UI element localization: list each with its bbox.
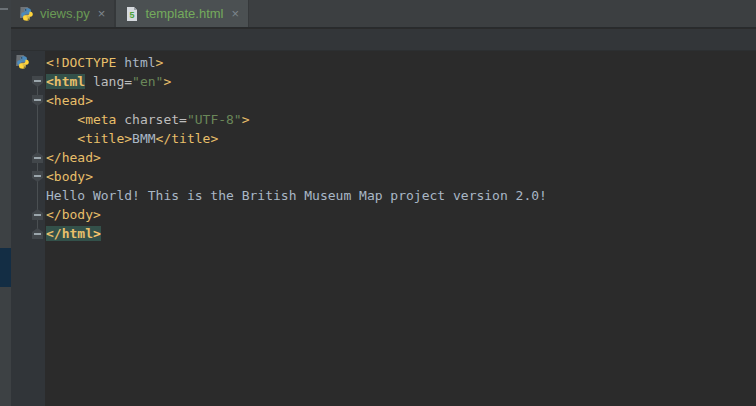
editor-tab-bar: views.py×5template.html× <box>11 0 756 28</box>
code-line: </body> <box>11 205 756 224</box>
gutter-cell <box>11 186 46 205</box>
code-line: <head> <box>11 91 756 110</box>
code-text[interactable]: </html> <box>46 224 101 243</box>
editor-area[interactable]: <!DOCTYPE html><html lang="en"><head> <m… <box>11 51 756 406</box>
tab-template.html[interactable]: 5template.html× <box>115 0 249 27</box>
python-file-icon[interactable] <box>15 54 31 70</box>
gutter-cell <box>11 91 46 110</box>
code-line: <meta charset="UTF-8"> <box>11 110 756 129</box>
panel-dash <box>0 8 8 10</box>
gutter-cell <box>11 110 46 129</box>
fold-marker-icon[interactable] <box>32 76 43 87</box>
gutter-cell <box>11 53 46 72</box>
code-line: </head> <box>11 148 756 167</box>
tab-views.py[interactable]: views.py× <box>11 0 115 27</box>
code-line: <!DOCTYPE html> <box>11 53 756 72</box>
code-line: </html> <box>11 224 756 243</box>
code-text[interactable]: </head> <box>46 148 101 167</box>
svg-text:5: 5 <box>130 10 135 20</box>
close-tab-icon[interactable]: × <box>232 7 240 20</box>
breadcrumbs-bar <box>11 29 756 51</box>
project-selection-fragment <box>0 248 11 287</box>
code-text[interactable]: <!DOCTYPE html> <box>46 53 163 72</box>
code-text[interactable]: Hello World! This is the British Museum … <box>46 186 547 205</box>
code-text[interactable]: <meta charset="UTF-8"> <box>46 110 250 129</box>
code-line: <html lang="en"> <box>11 72 756 91</box>
code-text[interactable]: <body> <box>46 167 93 186</box>
tab-label: views.py <box>40 6 90 21</box>
fold-marker-icon[interactable] <box>32 171 43 182</box>
python-file-icon <box>19 6 35 22</box>
gutter-cell <box>11 167 46 186</box>
code-line: <body> <box>11 167 756 186</box>
gutter-cell <box>11 72 46 91</box>
fold-marker-icon[interactable] <box>32 152 43 163</box>
code-line: <title>BMM</title> <box>11 129 756 148</box>
gutter-cell <box>11 224 46 243</box>
fold-marker-icon[interactable] <box>32 228 43 239</box>
gutter-cell <box>11 129 46 148</box>
html-file-icon: 5 <box>124 6 140 22</box>
fold-marker-icon[interactable] <box>32 95 43 106</box>
pycharm-window: views.py×5template.html× <!DOCTYPE html>… <box>0 0 756 406</box>
code-text[interactable]: </body> <box>46 205 101 224</box>
tab-label: template.html <box>145 6 223 21</box>
gutter-cell <box>11 148 46 167</box>
close-tab-icon[interactable]: × <box>98 7 106 20</box>
project-panel-edge[interactable] <box>0 0 11 406</box>
code-text[interactable]: <html lang="en"> <box>46 72 171 91</box>
gutter-cell <box>11 205 46 224</box>
code-line: Hello World! This is the British Museum … <box>11 186 756 205</box>
code-text[interactable]: <title>BMM</title> <box>46 129 218 148</box>
code-lines: <!DOCTYPE html><html lang="en"><head> <m… <box>11 51 756 243</box>
code-text[interactable]: <head> <box>46 91 93 110</box>
fold-marker-icon[interactable] <box>32 209 43 220</box>
